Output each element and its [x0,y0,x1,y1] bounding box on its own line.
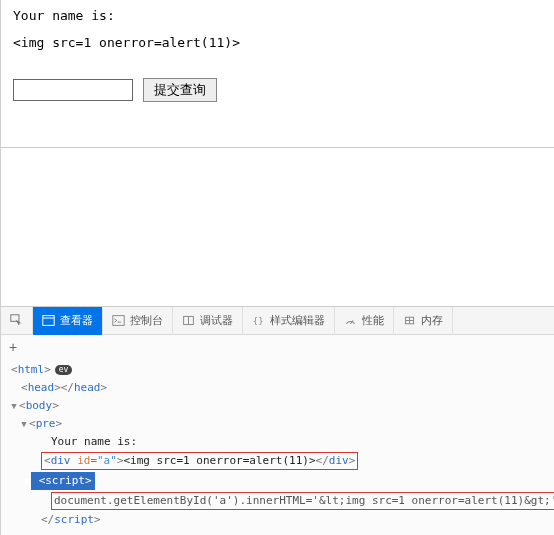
tab-inspector-label: 查看器 [60,313,93,328]
tab-inspector[interactable]: 查看器 [33,307,103,335]
performance-icon [344,314,357,327]
svg-text:{}: {} [253,316,264,326]
tab-style[interactable]: {} 样式编辑器 [243,307,335,335]
tab-debugger-label: 调试器 [200,313,233,328]
console-icon [112,314,125,327]
tab-debugger[interactable]: 调试器 [173,307,243,335]
tree-body-open[interactable]: ▼<body> [11,397,550,415]
tab-performance-label: 性能 [362,313,384,328]
submit-button[interactable]: 提交查询 [143,78,217,102]
tab-performance[interactable]: 性能 [335,307,394,335]
query-form: 提交查询 [13,78,542,102]
pick-icon [10,314,23,327]
new-tab-button[interactable]: + [1,335,554,359]
memory-icon [403,314,416,327]
twisty-icon[interactable]: ▼ [22,473,32,489]
svg-rect-0 [11,315,19,322]
tree-script-content[interactable]: document.getElementById('a').innerHTML='… [11,491,550,511]
blank-space [0,148,554,306]
tree-head[interactable]: <head></head> [11,379,550,397]
tab-console[interactable]: 控制台 [103,307,173,335]
tab-style-label: 样式编辑器 [270,313,325,328]
devtools-panel: 查看器 控制台 调试器 {} 样式编辑器 性能 [0,306,554,535]
tree-pre-open[interactable]: ▼<pre> [11,415,550,433]
tab-memory-label: 内存 [421,313,443,328]
debugger-icon [182,314,195,327]
devtools-tabbar: 查看器 控制台 调试器 {} 样式编辑器 性能 [1,307,554,335]
tree-text-line[interactable]: Your name is: [11,433,550,451]
tree-html-open[interactable]: <html>ev [11,361,550,379]
page-content: Your name is: <img src=1 onerror=alert(1… [0,0,554,148]
demo-output: <img src=1 onerror=alert(11)> [13,35,542,50]
query-input[interactable] [13,79,133,101]
style-icon: {} [252,314,265,327]
pick-element-button[interactable] [1,307,33,335]
svg-rect-3 [113,316,124,326]
tab-memory[interactable]: 内存 [394,307,453,335]
tree-div-line[interactable]: <div id="a"><img src=1 onerror=alert(11)… [11,451,550,471]
twisty-icon[interactable]: ▼ [19,416,29,432]
svg-rect-1 [43,316,54,326]
page-title: Your name is: [13,8,542,23]
dom-tree[interactable]: <html>ev <head></head> ▼<body> ▼<pre> Yo… [1,359,554,535]
tree-script-close[interactable]: </script> [11,511,550,529]
tree-script-open[interactable]: ▼ <script> [11,471,550,491]
tab-console-label: 控制台 [130,313,163,328]
event-badge[interactable]: ev [55,365,73,375]
inspector-icon [42,314,55,327]
twisty-icon[interactable]: ▼ [9,398,19,414]
